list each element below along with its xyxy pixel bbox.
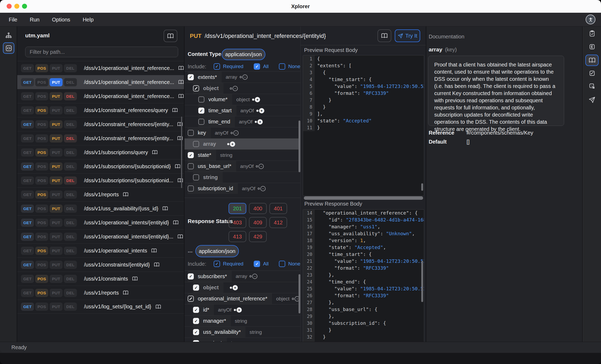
book-icon[interactable] xyxy=(177,135,183,141)
method-badge[interactable]: GET xyxy=(21,92,34,100)
endpoint-row[interactable]: GET POS PUT DEL /dss/v1/subscriptions/{s… xyxy=(17,159,184,173)
schema-checkbox[interactable] xyxy=(193,174,199,180)
status-code-button[interactable]: 413 xyxy=(229,231,246,242)
menu-item[interactable]: File xyxy=(9,17,17,23)
endpoint-row[interactable]: GET POS PUT DEL /uss/v1/constraints/{ent… xyxy=(17,258,184,272)
schema-row[interactable]: ✓state* string xyxy=(185,149,300,161)
method-badge[interactable]: POS xyxy=(35,190,48,199)
menu-item[interactable]: Help xyxy=(83,17,94,23)
method-badge[interactable]: DEL xyxy=(64,148,77,157)
expander-icon[interactable]: + xyxy=(256,108,264,113)
expander-icon[interactable]: + xyxy=(255,119,263,125)
method-badge[interactable]: POS xyxy=(35,92,48,100)
method-badge[interactable]: POS xyxy=(35,148,48,157)
book-icon[interactable] xyxy=(123,192,129,197)
status-code-button[interactable]: 429 xyxy=(249,231,267,242)
method-badge[interactable]: PUT xyxy=(50,162,63,171)
user-avatar[interactable] xyxy=(586,15,595,24)
schema-row[interactable]: ✓object + xyxy=(185,282,300,293)
endpoint-row[interactable]: GET POS PUT DEL /dss/v1/uss_availability… xyxy=(17,201,184,215)
schema-row[interactable]: ✓id* anyOf + xyxy=(185,304,300,315)
method-badge[interactable]: DEL xyxy=(64,190,77,199)
method-badge[interactable]: GET xyxy=(21,219,34,227)
schema-row[interactable]: ✓time_start anyOf + xyxy=(185,105,300,116)
schema-checkbox[interactable]: ✓ xyxy=(188,152,194,158)
method-badge[interactable]: PUT xyxy=(50,64,63,72)
expander-icon[interactable]: − xyxy=(240,74,248,80)
filter-input[interactable] xyxy=(25,47,178,57)
status-code-button[interactable]: 201 xyxy=(229,203,246,214)
method-badge[interactable]: PUT xyxy=(50,205,63,213)
book-icon[interactable] xyxy=(155,304,161,310)
documentation-toggle-button[interactable] xyxy=(585,55,599,66)
scrollbar-thumb[interactable] xyxy=(299,274,300,313)
endpoint-row[interactable]: GET POS PUT DEL /uss/v1/operational_inte… xyxy=(17,229,184,243)
method-badge[interactable]: PUT xyxy=(50,78,63,86)
expander-icon[interactable]: + xyxy=(227,141,235,147)
edit-button[interactable] xyxy=(585,68,599,79)
scrollbar-thumb[interactable] xyxy=(304,196,423,200)
tasks-button[interactable] xyxy=(585,28,599,39)
schema-row[interactable]: ✓subscribers* array − xyxy=(185,271,300,282)
schema-checkbox[interactable]: ✓ xyxy=(198,108,204,114)
method-badge[interactable]: DEL xyxy=(64,92,77,100)
method-badge[interactable]: PUT xyxy=(50,219,63,227)
schema-row[interactable]: ✓extents* array − xyxy=(185,72,300,83)
method-badge[interactable]: DEL xyxy=(64,233,77,241)
method-badge[interactable]: DEL xyxy=(64,176,77,185)
method-badge[interactable]: POS xyxy=(35,120,48,128)
content-type-pill[interactable]: application/json xyxy=(222,49,265,60)
status-code-button[interactable]: 401 xyxy=(269,203,287,214)
method-badge[interactable]: GET xyxy=(21,289,34,297)
book-icon[interactable] xyxy=(151,248,157,254)
book-icon[interactable] xyxy=(152,149,158,155)
expander-icon[interactable]: + xyxy=(252,97,260,102)
schema-checkbox[interactable] xyxy=(198,96,204,103)
method-badge[interactable]: DEL xyxy=(64,78,77,86)
schema-row[interactable]: ✓uss_availability* string xyxy=(185,326,300,338)
endpoint-row[interactable]: GET POS PUT DEL /dss/v1/constraint_refer… xyxy=(17,117,184,131)
method-badge[interactable]: GET xyxy=(21,134,34,143)
schema-row[interactable]: subscription_id anyOf − xyxy=(185,183,300,194)
tree-view-button[interactable] xyxy=(3,30,14,41)
method-badge[interactable]: POS xyxy=(35,162,48,171)
menu-item[interactable]: Run xyxy=(30,17,40,23)
method-badge[interactable]: DEL xyxy=(64,120,77,128)
method-badge[interactable]: GET xyxy=(21,233,34,241)
method-badge[interactable]: POS xyxy=(35,247,48,255)
method-badge[interactable]: PUT xyxy=(50,106,63,114)
method-badge[interactable]: GET xyxy=(21,176,34,185)
method-badge[interactable]: POS xyxy=(35,289,48,297)
book-icon[interactable] xyxy=(175,163,181,169)
method-badge[interactable]: PUT xyxy=(50,303,63,311)
endpoint-row[interactable]: GET POS PUT DEL /dss/v1/constraint_refer… xyxy=(17,103,184,117)
schema-checkbox[interactable] xyxy=(188,130,194,136)
book-icon[interactable] xyxy=(177,234,183,239)
endpoint-row[interactable]: GET POS PUT DEL /dss/v1/operational_inte… xyxy=(17,75,184,89)
method-badge[interactable]: GET xyxy=(21,303,34,311)
endpoint-row[interactable]: GET POS PUT DEL /uss/v1/constraints xyxy=(17,272,184,286)
endpoint-row[interactable]: GET POS PUT DEL /dss/v1/operational_inte… xyxy=(17,61,184,75)
schema-checkbox[interactable] xyxy=(198,119,204,125)
book-icon[interactable] xyxy=(178,93,184,99)
method-badge[interactable]: DEL xyxy=(64,247,77,255)
scrollbar-thumb[interactable] xyxy=(299,121,300,172)
method-badge[interactable]: GET xyxy=(21,148,34,157)
method-badge[interactable]: POS xyxy=(35,219,48,227)
method-badge[interactable]: PUT xyxy=(50,247,63,255)
method-badge[interactable]: GET xyxy=(21,261,34,269)
method-badge[interactable]: DEL xyxy=(64,219,77,227)
method-badge[interactable]: POS xyxy=(35,205,48,213)
book-icon[interactable] xyxy=(172,107,178,113)
scrollbar-thumb[interactable] xyxy=(421,261,423,302)
schema-checkbox[interactable] xyxy=(193,141,199,147)
method-badge[interactable]: POS xyxy=(35,78,48,86)
method-badge[interactable]: PUT xyxy=(50,261,63,269)
checkbox-icon[interactable] xyxy=(279,261,285,267)
endpoint-row[interactable]: GET POS PUT DEL /uss/v1/reports xyxy=(17,286,184,300)
status-code-button[interactable]: 409 xyxy=(249,217,267,228)
menu-item[interactable]: Options xyxy=(52,17,70,23)
method-badge[interactable]: GET xyxy=(21,120,34,128)
checkbox-icon[interactable]: ✓ xyxy=(214,261,220,267)
method-badge[interactable]: POS xyxy=(35,303,48,311)
